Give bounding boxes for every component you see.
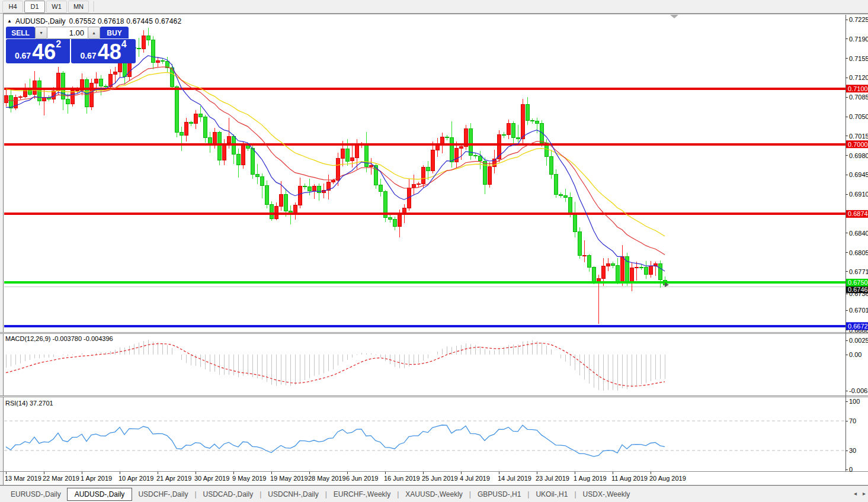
one-click-trade-panel: SELL ▾ ▴ BUY 0.67 46 2 0.67 48 4 <box>6 27 136 63</box>
chart-tab-usdx-weekly[interactable]: USDX-,Weekly <box>577 488 636 500</box>
toolbar-separator <box>94 1 94 12</box>
timeframe-toolbar: H4D1W1MN <box>0 0 868 14</box>
sell-price-prefix: 0.67 <box>15 50 31 62</box>
chart-tab-usdchf-daily[interactable]: USDCHF-,Daily <box>132 488 194 500</box>
macd-label: MACD(12,26,9) -0.003780 -0.004396 <box>5 335 113 342</box>
chart-tabbar: EURUSD-,DailyAUDUSD-,DailyUSDCHF-,Daily|… <box>0 487 868 502</box>
volume-increase-button[interactable]: ▴ <box>88 27 100 39</box>
chart-title: ▲ AUDUSD-,Daily 0.67552 0.67618 0.67445 … <box>7 17 181 25</box>
buy-price-prefix: 0.67 <box>80 50 96 62</box>
chart-tab-eurusd-daily[interactable]: EURUSD-,Daily <box>5 488 67 500</box>
volume-decrease-button[interactable]: ▾ <box>35 27 47 39</box>
chart-tab-usdcad-daily[interactable]: USDCAD-,Daily <box>197 488 260 500</box>
symbol-period-label: AUDUSD-,Daily <box>15 17 66 25</box>
tab-separator: | <box>397 490 399 498</box>
tab-separator: | <box>469 490 471 498</box>
chart-tab-audusd-daily[interactable]: AUDUSD-,Daily <box>67 488 133 501</box>
chart-tab-xauusd-weekly[interactable]: XAUUSD-,Weekly <box>399 488 468 500</box>
rsi-label: RSI(14) 37.2701 <box>5 400 53 407</box>
timeframe-button-w1[interactable]: W1 <box>46 1 67 13</box>
chart-tab-usdcnh-daily[interactable]: USDCNH-,Daily <box>262 488 324 500</box>
tab-scroll-left-icon[interactable]: ◂ <box>854 490 857 497</box>
tab-scroll-right-icon[interactable]: ▸ <box>863 490 866 497</box>
tab-separator: | <box>325 490 327 498</box>
tab-separator: | <box>260 490 261 498</box>
tab-scroll-arrows: ◂ ▸ <box>854 490 866 497</box>
chart-tab-eurchf-weekly[interactable]: EURCHF-,Weekly <box>328 488 396 500</box>
buy-price-sup: 4 <box>121 40 127 49</box>
chart-tab-gbpusd-h1[interactable]: GBPUSD-,H1 <box>472 488 527 500</box>
chart-tab-ukoil-h1[interactable]: UKOil-,H1 <box>530 488 574 500</box>
timeframe-button-h4[interactable]: H4 <box>2 1 23 13</box>
sell-button[interactable]: SELL <box>6 27 35 39</box>
trading-platform: { "toolbar": { "timeframes": [ {"label":… <box>0 0 868 502</box>
tab-separator: | <box>527 490 529 498</box>
chart-window <box>3 14 868 485</box>
buy-price-display[interactable]: 0.67 48 4 <box>71 39 136 63</box>
collapse-panel-icon[interactable]: ▲ <box>7 18 12 24</box>
volume-input[interactable] <box>47 27 88 39</box>
timeframe-button-mn[interactable]: MN <box>68 1 89 13</box>
tab-separator: | <box>194 490 196 498</box>
ohlc-values: 0.67552 0.67618 0.67445 0.67462 <box>69 17 182 25</box>
sell-price-sup: 2 <box>56 40 61 49</box>
timeframe-button-d1[interactable]: D1 <box>24 1 45 13</box>
tab-separator: | <box>574 490 576 498</box>
sell-price-big: 46 <box>32 43 56 62</box>
sell-price-display[interactable]: 0.67 46 2 <box>6 39 70 63</box>
buy-button[interactable]: BUY <box>100 27 129 39</box>
buy-price-big: 48 <box>98 43 121 62</box>
